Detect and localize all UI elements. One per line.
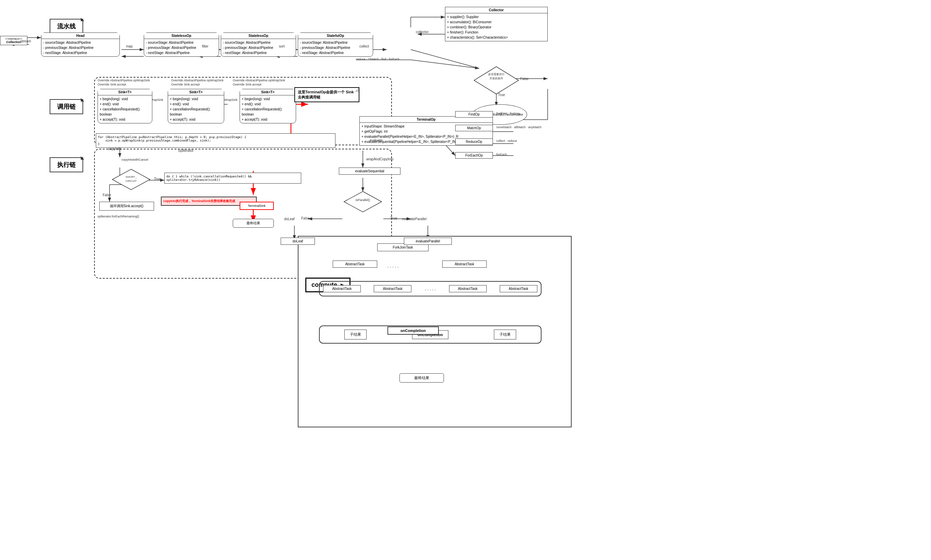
override6: Override Sink.accept bbox=[233, 83, 261, 86]
svg-text:SHORT_: SHORT_ bbox=[126, 175, 137, 178]
parallel-condition-diamond: 是否需要并行 开发的条件 bbox=[472, 65, 520, 96]
svg-text:CIRCUIT: CIRCUIT bbox=[126, 180, 137, 183]
abstract-task-row: AbstractTask AbstractTask . . . . . Abst… bbox=[319, 281, 542, 296]
svg-line-16 bbox=[411, 60, 479, 68]
true-label1: True bbox=[498, 93, 505, 97]
map-label: map bbox=[126, 45, 133, 48]
reduce-op-box: ReduceOp bbox=[455, 138, 493, 145]
stateful-op-title: StatefulOp bbox=[298, 33, 373, 39]
override4: Override Sink.accept bbox=[171, 83, 200, 86]
match-method: noneMatch · allMatch · anyMatch bbox=[496, 125, 542, 129]
sort-label: sort bbox=[279, 45, 285, 48]
svg-line-17 bbox=[411, 49, 479, 68]
stateless-op2-box: StatelessOp - sourceStage: AbstractPipel… bbox=[221, 32, 296, 57]
svg-text:开发的条件: 开发的条件 bbox=[489, 77, 503, 80]
loop-call-box: 循环调用Sink.accept() bbox=[99, 202, 154, 211]
final-result-parallel: 最终结果 bbox=[400, 373, 444, 383]
copyintowithcancel-label: copyIntowithCancel bbox=[122, 158, 148, 162]
stream-label: stream bbox=[20, 39, 31, 43]
terminalop-note: 这里TerminalOp会提供一个 Sink去构造调用链 bbox=[294, 87, 360, 102]
collector-title: Collector bbox=[445, 7, 547, 13]
foreach-remaining-label: spliterator.forEachRemaining() bbox=[97, 215, 139, 218]
doleaf-label: doLeaf bbox=[284, 217, 295, 221]
head-box: Head - sourceStage: AbstractPipeline - p… bbox=[41, 32, 120, 57]
false-label2: False bbox=[103, 193, 111, 197]
override2: Override Sink.accept bbox=[97, 83, 126, 86]
false-label1: False bbox=[520, 77, 528, 81]
stateless-op1-title: StatelessOp bbox=[144, 33, 219, 39]
is-parallel-diamond: isParallel() bbox=[342, 190, 383, 214]
override3: Override AbstractPipeline.opWrapSink bbox=[171, 78, 224, 82]
sink2-box: Sink<T> + begin(long): void + end(): voi… bbox=[168, 89, 224, 123]
abstract-task1: AbstractTask bbox=[333, 260, 377, 268]
head-body: - sourceStage: AbstractPipeline - previo… bbox=[42, 39, 119, 56]
abstract-task2: AbstractTask bbox=[442, 260, 487, 268]
reduce-label: reduce · **Match · find · forEach bbox=[356, 57, 400, 61]
spliterator-label: Spliterator bbox=[178, 149, 194, 152]
terminal-sink-box: TerminalSink bbox=[239, 202, 274, 210]
foreach-op-box: ForEachOp bbox=[455, 152, 493, 158]
svg-marker-74 bbox=[344, 191, 381, 212]
evaluate-sequential-box: evaluateSequential bbox=[339, 168, 400, 175]
diagram-container: 流水线 调用链 执行链 <<interface>> Collection str… bbox=[0, 0, 931, 560]
wrapandcopyinto-label: wrapAndCopyInto bbox=[366, 157, 394, 161]
copyinto-label: copyInto bbox=[108, 147, 121, 151]
override1: Override AbstractPipeline.opWrapSink bbox=[97, 78, 150, 82]
stream-pipeline-label: 流水线 bbox=[49, 19, 83, 34]
evaluate-parallel-label: evaluateParallel bbox=[402, 217, 426, 221]
true-label2: True bbox=[154, 177, 161, 181]
final-result-exec: 最终结果 bbox=[233, 219, 274, 228]
short-circuit-diamond: SHORT_ CIRCUIT bbox=[111, 168, 151, 191]
exec-chain-label: 执行链 bbox=[49, 157, 83, 172]
evaluate-label: evaluate bbox=[370, 138, 383, 142]
call-chain-label: 调用链 bbox=[49, 99, 83, 114]
find-op-box: FindOp bbox=[455, 111, 493, 118]
on-completion-box: onCompletion bbox=[388, 326, 439, 335]
collect-label: collect bbox=[360, 45, 369, 48]
doleaf-box: doLeaf bbox=[281, 238, 315, 245]
svg-text:isParallel(): isParallel() bbox=[356, 198, 371, 202]
svg-text:是否需要并行: 是否需要并行 bbox=[488, 73, 505, 76]
sink3-title: Sink<T> bbox=[240, 89, 296, 95]
stateless-op2-title: StatelessOp bbox=[221, 33, 296, 39]
evaluate-parallel-box: evaluateParallel bbox=[404, 238, 452, 245]
override5: Override AbstractPipeline.opWrapSink bbox=[233, 78, 285, 82]
collector-box: Collector + supplier(): Supplier + accum… bbox=[445, 7, 548, 42]
sink1-box: Sink<T> + begin(long): void + end(): voi… bbox=[97, 89, 152, 123]
svg-marker-68 bbox=[474, 67, 519, 94]
sink3-box: Sink<T> + begin(long): void + end(): voi… bbox=[239, 89, 296, 123]
find-method: findFirst · findAny bbox=[496, 112, 520, 115]
false-label3: False bbox=[301, 216, 309, 220]
foreach-method: forEach bbox=[496, 153, 507, 156]
true-label3: True bbox=[390, 216, 397, 220]
sink2-title: Sink<T> bbox=[168, 89, 224, 95]
reduce-method: collect · reduce bbox=[496, 139, 517, 143]
head-title: Head bbox=[42, 33, 119, 39]
code-block: for (AbstractPipeline p=AbstractPipeline… bbox=[96, 133, 335, 148]
filter-label: filter bbox=[202, 45, 208, 48]
do-while-box: do { } while (!sink.cancellationRequeste… bbox=[164, 173, 301, 184]
collector-label: collector bbox=[416, 30, 429, 34]
parallel-section: compute ForkJoinTask AbstractTask . . . … bbox=[298, 236, 571, 427]
sink1-title: Sink<T> bbox=[98, 89, 152, 95]
match-op-box: MatchOp bbox=[455, 125, 493, 131]
